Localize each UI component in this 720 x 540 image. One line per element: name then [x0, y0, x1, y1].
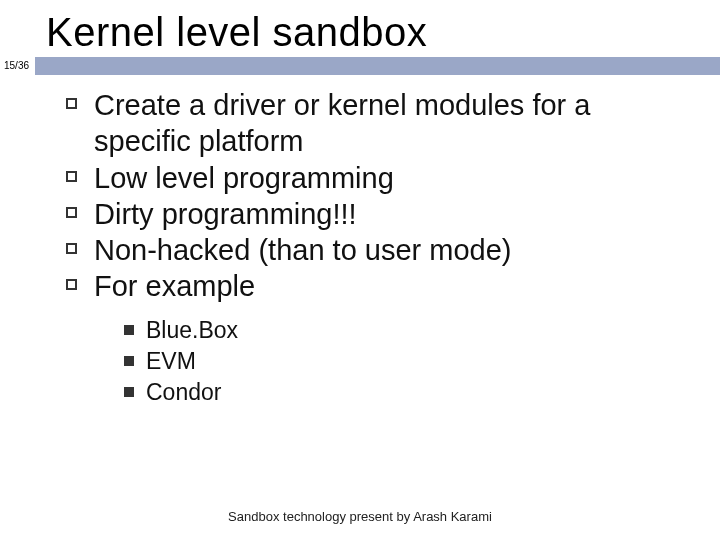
list-item: Condor — [124, 377, 690, 408]
page-indicator: 15/36 — [0, 57, 35, 75]
list-item: Create a driver or kernel modules for a … — [60, 87, 690, 160]
sub-bullet-list: Blue.Box EVM Condor — [60, 315, 690, 408]
footer-text: Sandbox technology present by Arash Kara… — [0, 509, 720, 524]
list-item: Low level programming — [60, 160, 690, 196]
slide: Kernel level sandbox 15/36 Create a driv… — [0, 0, 720, 540]
list-item: For example — [60, 268, 690, 304]
list-item: Non-hacked (than to user mode) — [60, 232, 690, 268]
list-item: Dirty programming!!! — [60, 196, 690, 232]
list-item: EVM — [124, 346, 690, 377]
list-item: Blue.Box — [124, 315, 690, 346]
content-area: Create a driver or kernel modules for a … — [0, 75, 720, 408]
bullet-list: Create a driver or kernel modules for a … — [60, 87, 690, 305]
slide-title: Kernel level sandbox — [0, 0, 720, 57]
accent-stripe: 15/36 — [0, 57, 720, 75]
stripe-fill — [35, 57, 720, 75]
